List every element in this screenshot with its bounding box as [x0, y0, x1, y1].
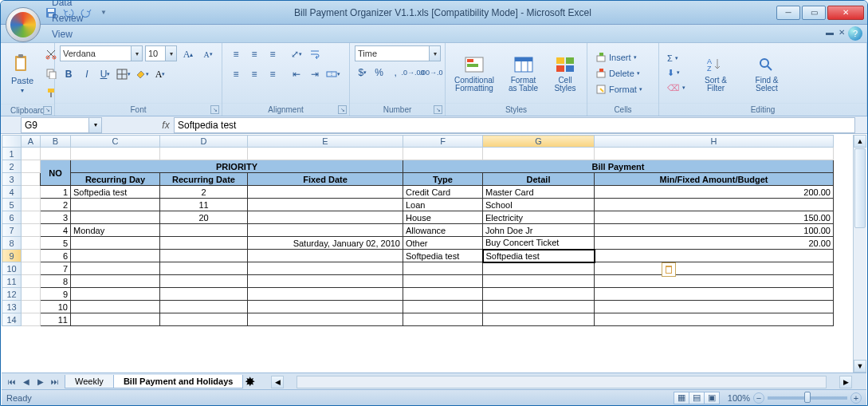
svg-rect-25 [566, 57, 574, 64]
fx-icon[interactable]: fx [158, 120, 174, 131]
mdi-close-icon[interactable]: ✕ [839, 28, 845, 37]
align-top-icon[interactable]: ≡ [227, 45, 245, 63]
cell-styles-button[interactable]: Cell Styles [548, 52, 582, 95]
status-text: Ready [6, 393, 32, 403]
view-layout-icon[interactable]: ▤ [689, 392, 705, 404]
sheet-tab[interactable]: Weekly [65, 375, 114, 388]
zoom-out-button[interactable]: − [753, 392, 764, 404]
border-button[interactable]: ▾ [115, 65, 132, 83]
sort-filter-button[interactable]: AZSort & Filter [692, 52, 740, 95]
tab-last-icon[interactable]: ⏭ [48, 375, 62, 389]
orientation-icon[interactable]: ⤢▾ [288, 45, 305, 63]
bold-button[interactable]: B [60, 65, 77, 83]
percent-icon[interactable]: % [371, 64, 387, 81]
tab-prev-icon[interactable]: ◀ [19, 375, 33, 389]
align-right-icon[interactable]: ≡ [264, 65, 281, 83]
zoom-slider[interactable] [768, 396, 847, 400]
align-mid-icon[interactable]: ≡ [245, 45, 263, 63]
fill-button[interactable]: ⬇ ▾ [664, 66, 689, 80]
grow-font-icon[interactable]: A▴ [179, 45, 197, 63]
worksheet-grid[interactable]: ABCDEFGH12NOPRIORITYBill Payment3Recurri… [2, 135, 866, 372]
sheet-tab[interactable]: Bill Payment and Holidays [113, 375, 244, 388]
svg-rect-19 [467, 64, 478, 67]
ribbon-minimize-icon[interactable]: ▬ [826, 28, 834, 37]
svg-rect-11 [50, 93, 52, 97]
fill-color-button[interactable]: ▾ [133, 65, 151, 83]
svg-text:Z: Z [707, 65, 712, 73]
indent-inc-icon[interactable]: ⇥ [306, 65, 324, 83]
svg-rect-10 [48, 89, 54, 93]
paste-options-icon[interactable] [662, 262, 676, 277]
svg-rect-29 [599, 53, 603, 56]
svg-rect-21 [515, 57, 532, 61]
sheet-tab-bar: ⏮ ◀ ▶ ⏭ WeeklyBill Payment and Holidays … [2, 372, 866, 390]
ribbon-tabs: HomeInsertPage LayoutFormulasDataReviewV… [1, 25, 867, 43]
zoom-level[interactable]: 100% [728, 393, 750, 403]
currency-icon[interactable]: $▾ [355, 64, 371, 81]
align-launcher-icon[interactable]: ↘ [338, 105, 347, 114]
align-left-icon[interactable]: ≡ [227, 65, 245, 83]
formula-bar: G9▾ fx Softpedia test [1, 116, 867, 134]
underline-button[interactable]: U▾ [96, 65, 114, 83]
new-sheet-icon[interactable]: ✸ [245, 374, 255, 389]
minimize-button[interactable]: ─ [776, 6, 800, 20]
conditional-formatting-button[interactable]: Conditional Formatting [450, 52, 498, 95]
ribbon: Paste▾ Clipboard↘ Verdana▾ 10▾ A▴ A▾ B I… [1, 43, 867, 116]
tab-review[interactable]: Review [42, 10, 115, 26]
help-icon[interactable]: ? [848, 26, 862, 41]
format-cells-button[interactable]: Format ▾ [592, 82, 646, 97]
svg-rect-38 [666, 267, 671, 273]
view-break-icon[interactable]: ▣ [704, 392, 720, 404]
align-bot-icon[interactable]: ≡ [264, 45, 281, 63]
view-normal-icon[interactable]: ▦ [674, 392, 689, 404]
close-button[interactable]: ✕ [827, 6, 864, 20]
name-box[interactable]: G9▾ [21, 117, 102, 133]
shrink-font-icon[interactable]: A▾ [199, 45, 217, 63]
font-size-combo[interactable]: 10▾ [145, 45, 177, 61]
window-title: Bill Payment Organizer V1.1.xls [Compati… [111, 7, 775, 18]
title-bar: ▼ Bill Payment Organizer V1.1.xls [Compa… [1, 1, 867, 25]
vertical-scrollbar[interactable]: ▲▼ [853, 135, 866, 372]
font-color-button[interactable]: A▾ [151, 65, 169, 83]
svg-rect-31 [599, 69, 603, 72]
svg-point-35 [760, 59, 768, 67]
office-button[interactable] [6, 7, 41, 42]
wrap-text-button[interactable] [306, 45, 324, 63]
svg-rect-24 [556, 57, 564, 64]
tab-first-icon[interactable]: ⏮ [5, 375, 19, 389]
merge-button[interactable]: ▾ [324, 65, 342, 83]
horizontal-scrollbar[interactable]: ◀▶ [271, 376, 866, 388]
formula-input[interactable]: Softpedia test [174, 117, 855, 133]
tab-next-icon[interactable]: ▶ [33, 375, 48, 389]
italic-button[interactable]: I [78, 65, 96, 83]
maximize-button[interactable]: ▭ [802, 6, 826, 20]
font-launcher-icon[interactable]: ↘ [210, 105, 219, 114]
svg-rect-18 [467, 59, 473, 62]
svg-rect-27 [566, 65, 574, 72]
status-bar: Ready ▦ ▤ ▣ 100% − + [2, 389, 866, 405]
tab-data[interactable]: Data [42, 0, 115, 10]
number-format-combo[interactable]: Time▾ [355, 45, 441, 61]
paste-button[interactable]: Paste▾ [6, 51, 39, 97]
svg-rect-30 [597, 72, 605, 77]
delete-cells-button[interactable]: Delete ▾ [592, 66, 646, 81]
svg-rect-26 [556, 65, 564, 72]
svg-rect-5 [18, 54, 23, 57]
font-name-combo[interactable]: Verdana▾ [60, 45, 143, 61]
clear-button[interactable]: ⌫ ▾ [664, 81, 689, 95]
insert-cells-button[interactable]: Insert ▾ [592, 50, 646, 65]
autosum-button[interactable]: Σ ▾ [664, 52, 689, 65]
dec-decimal-icon[interactable]: .00→.0 [422, 64, 440, 81]
tab-view[interactable]: View [42, 26, 115, 42]
number-launcher-icon[interactable]: ↘ [434, 105, 442, 114]
zoom-in-button[interactable]: + [850, 392, 862, 404]
clipboard-launcher-icon[interactable]: ↘ [43, 106, 52, 115]
align-center-icon[interactable]: ≡ [245, 65, 263, 83]
svg-line-36 [768, 66, 772, 70]
indent-dec-icon[interactable]: ⇤ [288, 65, 305, 83]
svg-rect-4 [17, 58, 25, 69]
format-as-table-button[interactable]: Format as Table [501, 52, 545, 95]
find-select-button[interactable]: Find & Select [743, 52, 791, 95]
svg-rect-28 [597, 56, 605, 61]
